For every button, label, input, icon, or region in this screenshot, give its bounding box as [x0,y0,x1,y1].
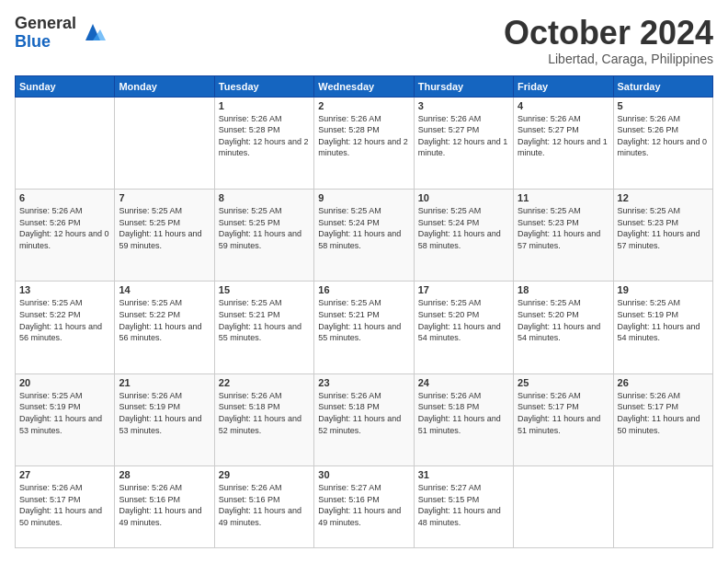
cell-info: Sunrise: 5:25 AM Sunset: 5:25 PM Dayligh… [219,205,310,251]
month-title: October 2024 [504,15,713,52]
cell-info: Sunrise: 5:25 AM Sunset: 5:23 PM Dayligh… [618,205,709,251]
cell-info: Sunrise: 5:25 AM Sunset: 5:23 PM Dayligh… [518,205,609,251]
calendar-cell: 5Sunrise: 5:26 AM Sunset: 5:26 PM Daylig… [613,97,712,189]
calendar-week-row: 20Sunrise: 5:25 AM Sunset: 5:19 PM Dayli… [16,373,713,465]
cell-info: Sunrise: 5:25 AM Sunset: 5:19 PM Dayligh… [618,297,709,343]
day-number: 21 [119,377,210,388]
calendar-cell: 11Sunrise: 5:25 AM Sunset: 5:23 PM Dayli… [514,190,613,282]
cell-info: Sunrise: 5:25 AM Sunset: 5:19 PM Dayligh… [19,390,110,436]
calendar-cell: 29Sunrise: 5:26 AM Sunset: 5:16 PM Dayli… [214,466,313,548]
calendar-cell [16,97,115,189]
day-number: 18 [518,284,609,295]
calendar-cell: 25Sunrise: 5:26 AM Sunset: 5:17 PM Dayli… [514,373,613,465]
day-number: 2 [318,100,409,111]
cell-info: Sunrise: 5:27 AM Sunset: 5:15 PM Dayligh… [418,482,509,528]
logo-general: General [15,15,76,33]
day-number: 11 [518,192,609,203]
cell-info: Sunrise: 5:26 AM Sunset: 5:16 PM Dayligh… [119,482,210,528]
logo: General Blue [15,15,106,52]
weekday-header-cell: Wednesday [314,75,414,97]
day-number: 9 [318,192,409,203]
calendar-week-row: 1Sunrise: 5:26 AM Sunset: 5:28 PM Daylig… [16,97,713,189]
day-number: 31 [418,469,509,480]
calendar-cell [613,466,712,548]
calendar-cell: 16Sunrise: 5:25 AM Sunset: 5:21 PM Dayli… [314,282,414,373]
cell-info: Sunrise: 5:26 AM Sunset: 5:16 PM Dayligh… [219,482,310,528]
day-number: 5 [618,100,709,111]
day-number: 17 [418,284,509,295]
calendar-cell: 17Sunrise: 5:25 AM Sunset: 5:20 PM Dayli… [414,282,513,373]
calendar-cell: 2Sunrise: 5:26 AM Sunset: 5:28 PM Daylig… [314,97,414,189]
day-number: 28 [119,469,210,480]
title-block: October 2024 Libertad, Caraga, Philippin… [504,15,713,66]
calendar-cell: 18Sunrise: 5:25 AM Sunset: 5:20 PM Dayli… [514,282,613,373]
day-number: 13 [19,284,110,295]
cell-info: Sunrise: 5:25 AM Sunset: 5:21 PM Dayligh… [219,297,310,343]
calendar-body: 1Sunrise: 5:26 AM Sunset: 5:28 PM Daylig… [16,97,713,547]
weekday-header-cell: Saturday [613,75,712,97]
weekday-header-cell: Monday [115,75,214,97]
calendar-table: SundayMondayTuesdayWednesdayThursdayFrid… [15,75,713,548]
cell-info: Sunrise: 5:25 AM Sunset: 5:21 PM Dayligh… [318,297,409,343]
calendar-cell: 23Sunrise: 5:26 AM Sunset: 5:18 PM Dayli… [314,373,414,465]
day-number: 4 [518,100,609,111]
day-number: 10 [418,192,509,203]
cell-info: Sunrise: 5:25 AM Sunset: 5:22 PM Dayligh… [119,297,210,343]
day-number: 15 [219,284,310,295]
day-number: 3 [418,100,509,111]
calendar-cell: 22Sunrise: 5:26 AM Sunset: 5:18 PM Dayli… [214,373,313,465]
day-number: 24 [418,377,509,388]
calendar-cell: 24Sunrise: 5:26 AM Sunset: 5:18 PM Dayli… [414,373,513,465]
calendar-cell: 30Sunrise: 5:27 AM Sunset: 5:16 PM Dayli… [314,466,414,548]
cell-info: Sunrise: 5:26 AM Sunset: 5:26 PM Dayligh… [618,113,709,159]
page: General Blue October 2024 Libertad, Cara… [0,0,728,563]
weekday-header-cell: Sunday [16,75,115,97]
day-number: 29 [219,469,310,480]
cell-info: Sunrise: 5:26 AM Sunset: 5:18 PM Dayligh… [318,390,409,436]
weekday-header-row: SundayMondayTuesdayWednesdayThursdayFrid… [16,75,713,97]
cell-info: Sunrise: 5:26 AM Sunset: 5:27 PM Dayligh… [518,113,609,159]
calendar-cell: 1Sunrise: 5:26 AM Sunset: 5:28 PM Daylig… [214,97,313,189]
calendar-cell: 14Sunrise: 5:25 AM Sunset: 5:22 PM Dayli… [115,282,214,373]
cell-info: Sunrise: 5:26 AM Sunset: 5:28 PM Dayligh… [318,113,409,159]
calendar-cell: 10Sunrise: 5:25 AM Sunset: 5:24 PM Dayli… [414,190,513,282]
header: General Blue October 2024 Libertad, Cara… [15,15,713,66]
calendar-cell: 7Sunrise: 5:25 AM Sunset: 5:25 PM Daylig… [115,190,214,282]
location: Libertad, Caraga, Philippines [504,52,713,66]
calendar-week-row: 6Sunrise: 5:26 AM Sunset: 5:26 PM Daylig… [16,190,713,282]
day-number: 16 [318,284,409,295]
calendar-cell: 26Sunrise: 5:26 AM Sunset: 5:17 PM Dayli… [613,373,712,465]
cell-info: Sunrise: 5:25 AM Sunset: 5:25 PM Dayligh… [119,205,210,251]
cell-info: Sunrise: 5:26 AM Sunset: 5:19 PM Dayligh… [119,390,210,436]
calendar-cell: 31Sunrise: 5:27 AM Sunset: 5:15 PM Dayli… [414,466,513,548]
calendar-cell: 13Sunrise: 5:25 AM Sunset: 5:22 PM Dayli… [16,282,115,373]
cell-info: Sunrise: 5:26 AM Sunset: 5:18 PM Dayligh… [418,390,509,436]
calendar-cell: 27Sunrise: 5:26 AM Sunset: 5:17 PM Dayli… [16,466,115,548]
cell-info: Sunrise: 5:25 AM Sunset: 5:24 PM Dayligh… [318,205,409,251]
calendar-cell: 28Sunrise: 5:26 AM Sunset: 5:16 PM Dayli… [115,466,214,548]
cell-info: Sunrise: 5:25 AM Sunset: 5:22 PM Dayligh… [19,297,110,343]
calendar-cell: 21Sunrise: 5:26 AM Sunset: 5:19 PM Dayli… [115,373,214,465]
calendar-cell: 6Sunrise: 5:26 AM Sunset: 5:26 PM Daylig… [16,190,115,282]
calendar-cell: 20Sunrise: 5:25 AM Sunset: 5:19 PM Dayli… [16,373,115,465]
cell-info: Sunrise: 5:25 AM Sunset: 5:20 PM Dayligh… [418,297,509,343]
calendar-cell: 19Sunrise: 5:25 AM Sunset: 5:19 PM Dayli… [613,282,712,373]
calendar-cell: 8Sunrise: 5:25 AM Sunset: 5:25 PM Daylig… [214,190,313,282]
calendar-cell [115,97,214,189]
day-number: 23 [318,377,409,388]
weekday-header-cell: Tuesday [214,75,313,97]
calendar-week-row: 27Sunrise: 5:26 AM Sunset: 5:17 PM Dayli… [16,466,713,548]
cell-info: Sunrise: 5:26 AM Sunset: 5:28 PM Dayligh… [219,113,310,159]
cell-info: Sunrise: 5:26 AM Sunset: 5:26 PM Dayligh… [19,205,110,251]
day-number: 27 [19,469,110,480]
weekday-header-cell: Thursday [414,75,513,97]
cell-info: Sunrise: 5:26 AM Sunset: 5:17 PM Dayligh… [518,390,609,436]
calendar-cell: 9Sunrise: 5:25 AM Sunset: 5:24 PM Daylig… [314,190,414,282]
day-number: 26 [618,377,709,388]
cell-info: Sunrise: 5:26 AM Sunset: 5:17 PM Dayligh… [618,390,709,436]
cell-info: Sunrise: 5:26 AM Sunset: 5:18 PM Dayligh… [219,390,310,436]
day-number: 6 [19,192,110,203]
logo-text: General Blue [15,15,76,52]
day-number: 30 [318,469,409,480]
calendar-cell: 4Sunrise: 5:26 AM Sunset: 5:27 PM Daylig… [514,97,613,189]
